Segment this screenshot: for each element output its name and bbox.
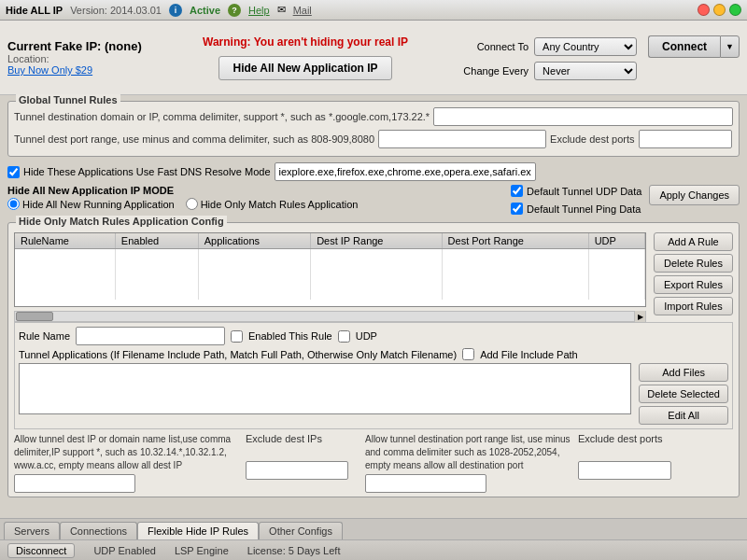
delete-rules-button[interactable]: Delete Rules bbox=[654, 254, 733, 273]
dns-apps-input[interactable] bbox=[275, 162, 536, 181]
warning-text: Warning: You aren't hiding your real IP bbox=[166, 35, 444, 49]
help-icon[interactable]: ? bbox=[228, 4, 241, 17]
rules-table-container[interactable]: RuleName Enabled Applications Dest IP Ra… bbox=[14, 232, 646, 307]
dest-port-row: Tunnel dest port range, use minus and co… bbox=[14, 130, 733, 148]
tab-row: Servers Connections Flexible Hide IP Rul… bbox=[0, 518, 747, 539]
info-icon[interactable]: i bbox=[169, 4, 182, 17]
help-label[interactable]: Help bbox=[248, 5, 270, 16]
add-rule-button[interactable]: Add A Rule bbox=[654, 232, 733, 251]
exclude-ports-section: Exclude dest ports bbox=[578, 433, 681, 493]
status-row: Disconnect UDP Enabled LSP Engine Licens… bbox=[0, 539, 747, 560]
lsp-engine-label: LSP Engine bbox=[175, 545, 229, 556]
file-list-box[interactable] bbox=[19, 363, 631, 414]
udp-data-checkbox[interactable] bbox=[511, 185, 523, 197]
global-tunnel-group: Global Tunnel Rules Tunnel destination d… bbox=[7, 101, 740, 157]
udp-data-label: Default Tunnel UDP Data bbox=[527, 186, 641, 197]
dest-domain-label: Tunnel destination domain or IP, comma d… bbox=[14, 111, 430, 122]
col-dest-ip: Dest IP Range bbox=[311, 233, 442, 249]
active-label: Active bbox=[190, 5, 220, 16]
exclude-ports-input[interactable] bbox=[639, 130, 732, 148]
dns-resolve-checkbox[interactable] bbox=[7, 166, 20, 178]
rules-group: Hide Only Match Rules Application Config… bbox=[7, 222, 740, 497]
app-title: Hide ALL IP bbox=[6, 5, 63, 16]
license-label: License: 5 Days Left bbox=[247, 545, 341, 556]
col-enabled: Enabled bbox=[115, 233, 198, 249]
change-every-select[interactable]: Never bbox=[534, 62, 637, 80]
change-every-row: Change Every Never bbox=[454, 62, 740, 80]
side-buttons: Add A Rule Delete Rules Export Rules Imp… bbox=[654, 232, 733, 315]
file-section: Add Files Delete Selected Edit All bbox=[19, 363, 728, 425]
apply-changes-button[interactable]: Apply Changes bbox=[649, 185, 740, 205]
tab-other-configs[interactable]: Other Configs bbox=[259, 522, 343, 539]
ping-checkbox-row: Default Tunnel Ping Data bbox=[511, 203, 641, 215]
tab-flexible-hide-ip-rules[interactable]: Flexible Hide IP Rules bbox=[137, 522, 259, 539]
maximize-button[interactable] bbox=[729, 4, 741, 16]
exclude-ports-input-2[interactable] bbox=[578, 461, 671, 480]
ping-data-checkbox[interactable] bbox=[511, 203, 523, 215]
dest-domain-row: Tunnel destination domain or IP, comma d… bbox=[14, 107, 733, 126]
udp-rule-checkbox[interactable] bbox=[338, 330, 350, 343]
scroll-right-arrow[interactable]: ▶ bbox=[634, 311, 645, 322]
current-ip-title: Current Fake IP: (none) bbox=[7, 39, 157, 53]
allow-dest-label: Allow tunnel dest IP or domain name list… bbox=[14, 433, 238, 472]
tab-connections[interactable]: Connections bbox=[60, 522, 137, 539]
rules-table: RuleName Enabled Applications Dest IP Ra… bbox=[15, 233, 645, 300]
add-file-path-label: Add File Include Path bbox=[480, 349, 578, 360]
udp-rule-label: UDP bbox=[356, 330, 377, 342]
mail-icon: ✉ bbox=[277, 4, 286, 16]
radio-all-apps-input[interactable] bbox=[7, 198, 20, 210]
table-row bbox=[15, 249, 645, 266]
global-tunnel-title: Global Tunnel Rules bbox=[16, 94, 120, 105]
import-rules-button[interactable]: Import Rules bbox=[654, 297, 733, 315]
dest-port-input[interactable] bbox=[378, 130, 546, 148]
connect-button[interactable]: Connect bbox=[648, 35, 720, 58]
allow-port-input[interactable] bbox=[365, 474, 486, 493]
export-rules-button[interactable]: Export Rules bbox=[654, 275, 733, 294]
tab-servers[interactable]: Servers bbox=[4, 522, 60, 539]
hide-all-button[interactable]: Hide All New Application IP bbox=[218, 56, 391, 80]
col-udp: UDP bbox=[588, 233, 644, 249]
change-every-label: Change Every bbox=[454, 65, 529, 77]
hide-mode-section: Hide All New Application IP MODE Hide Al… bbox=[7, 185, 740, 218]
hide-mode-label: Hide All New Application IP MODE bbox=[7, 185, 503, 196]
radio-all-apps: Hide All New Running Application bbox=[7, 198, 175, 210]
disconnect-button[interactable]: Disconnect bbox=[7, 543, 75, 558]
allow-port-section: Allow tunnel destination port range list… bbox=[365, 433, 571, 493]
radio-all-apps-label: Hide All New Running Application bbox=[22, 199, 175, 210]
connect-to-label: Connect To bbox=[454, 41, 529, 52]
add-files-button[interactable]: Add Files bbox=[639, 363, 728, 382]
col-rulename: RuleName bbox=[15, 233, 115, 249]
dns-resolve-row: Hide These Applications Use Fast DNS Res… bbox=[7, 162, 740, 181]
tunnel-apps-label: Tunnel Applications (If Filename Include… bbox=[19, 349, 457, 360]
allow-dest-input[interactable] bbox=[14, 474, 135, 493]
add-file-path-checkbox[interactable] bbox=[462, 348, 474, 360]
connect-dropdown-arrow[interactable]: ▼ bbox=[720, 35, 740, 58]
header-row: Current Fake IP: (none) Location: Buy No… bbox=[0, 21, 747, 95]
warning-section: Warning: You aren't hiding your real IP … bbox=[166, 35, 444, 80]
enabled-rule-label: Enabled This Rule bbox=[248, 330, 332, 342]
buy-link[interactable]: Buy Now Only $29 bbox=[7, 64, 157, 76]
udp-enabled-label: UDP Enabled bbox=[93, 545, 155, 556]
radio-match-rules-label: Hide Only Match Rules Application bbox=[201, 199, 359, 210]
rule-name-input[interactable] bbox=[76, 327, 225, 345]
radio-row: Hide All New Running Application Hide On… bbox=[7, 198, 503, 210]
horizontal-scrollbar[interactable]: ▶ bbox=[14, 311, 646, 322]
close-button[interactable] bbox=[698, 4, 710, 16]
version-label: Version: 2014.03.01 bbox=[70, 5, 162, 16]
mail-label[interactable]: Mail bbox=[293, 5, 312, 16]
enabled-rule-checkbox[interactable] bbox=[231, 330, 243, 343]
content-area: Global Tunnel Rules Tunnel destination d… bbox=[0, 95, 747, 509]
allow-port-label: Allow tunnel destination port range list… bbox=[365, 433, 571, 472]
delete-selected-button[interactable]: Delete Selected bbox=[639, 385, 728, 403]
exclude-ips-input[interactable] bbox=[246, 461, 348, 480]
exclude-ips-section: Exclude dest IPs bbox=[246, 433, 358, 493]
radio-match-rules-input[interactable] bbox=[186, 198, 198, 210]
radio-match-rules: Hide Only Match Rules Application bbox=[186, 198, 359, 210]
table-row bbox=[15, 266, 645, 283]
connect-to-select[interactable]: Any Country bbox=[534, 37, 637, 56]
ip-port-section: Allow tunnel dest IP or domain name list… bbox=[14, 433, 733, 493]
dest-domain-input[interactable] bbox=[433, 107, 733, 126]
scroll-thumb bbox=[16, 312, 53, 321]
minimize-button[interactable] bbox=[713, 4, 726, 16]
edit-all-button[interactable]: Edit All bbox=[639, 406, 728, 425]
